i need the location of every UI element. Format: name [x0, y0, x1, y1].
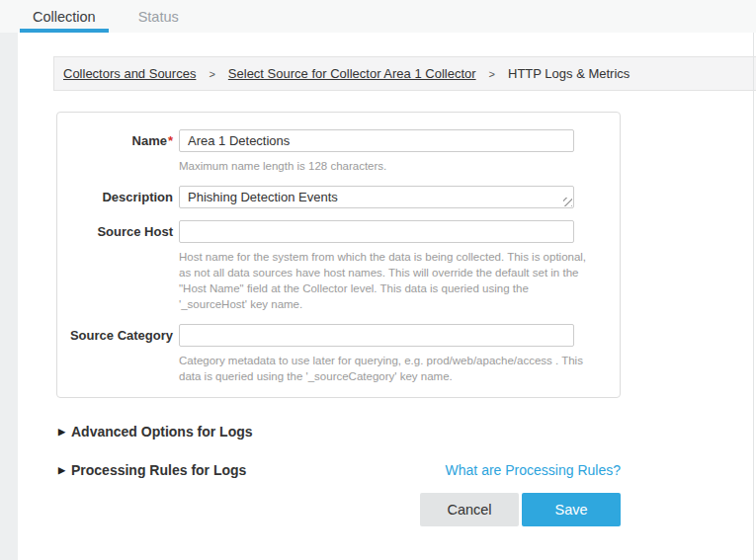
- collapsible-sections: ▶ Advanced Options for Logs ▶ Processing…: [56, 424, 621, 526]
- source-category-helper-text: Category metadata to use later for query…: [179, 353, 589, 384]
- required-asterisk: *: [168, 133, 173, 148]
- description-textarea[interactable]: Phishing Detection Events: [179, 186, 574, 208]
- processing-rules-label: Processing Rules for Logs: [71, 462, 246, 478]
- breadcrumb-link-select-source[interactable]: Select Source for Collector Area 1 Colle…: [228, 66, 476, 81]
- save-button[interactable]: Save: [522, 493, 621, 526]
- processing-rules-toggle[interactable]: ▶ Processing Rules for Logs: [56, 462, 246, 478]
- breadcrumb-link-collectors-and-sources[interactable]: Collectors and Sources: [63, 66, 196, 81]
- cancel-button[interactable]: Cancel: [420, 493, 519, 526]
- form-actions: Cancel Save: [56, 493, 621, 526]
- tab-bar: Collection Status: [0, 0, 756, 33]
- breadcrumb-separator: >: [209, 68, 214, 80]
- description-label: Description: [57, 186, 173, 208]
- tab-status-label: Status: [138, 9, 179, 25]
- window-edge-divider: [753, 33, 754, 560]
- source-host-helper-text: Host name for the system from which the …: [179, 249, 589, 312]
- advanced-options-toggle[interactable]: ▶ Advanced Options for Logs: [56, 424, 621, 440]
- source-category-label: Source Category: [57, 324, 173, 384]
- name-input[interactable]: [179, 129, 574, 152]
- name-field-row: Name* Maximum name length is 128 charact…: [57, 129, 620, 174]
- breadcrumb-current-page: HTTP Logs & Metrics: [508, 66, 630, 81]
- tab-status[interactable]: Status: [126, 0, 192, 33]
- name-label: Name*: [57, 129, 173, 174]
- processing-rules-help-link[interactable]: What are Processing Rules?: [446, 462, 621, 478]
- source-config-form: Name* Maximum name length is 128 charact…: [56, 112, 621, 398]
- collapse-triangle-icon: ▶: [56, 465, 71, 475]
- description-field-row: Description Phishing Detection Events: [57, 186, 620, 208]
- processing-rules-row: ▶ Processing Rules for Logs What are Pro…: [56, 462, 621, 478]
- source-category-input[interactable]: [179, 324, 574, 347]
- source-host-field-row: Source Host Host name for the system fro…: [57, 220, 620, 312]
- source-host-input[interactable]: [179, 220, 574, 243]
- breadcrumb: Collectors and Sources > Select Source f…: [53, 56, 756, 91]
- tab-collection[interactable]: Collection: [20, 0, 109, 33]
- breadcrumb-separator: >: [489, 68, 495, 80]
- source-category-field-row: Source Category Category metadata to use…: [57, 324, 620, 384]
- tab-collection-label: Collection: [33, 9, 96, 25]
- collapse-triangle-icon: ▶: [56, 427, 71, 437]
- name-helper-text: Maximum name length is 128 characters.: [179, 158, 589, 174]
- advanced-options-label: Advanced Options for Logs: [71, 424, 253, 440]
- content-panel: Collectors and Sources > Select Source f…: [18, 33, 756, 560]
- source-host-label: Source Host: [57, 220, 173, 312]
